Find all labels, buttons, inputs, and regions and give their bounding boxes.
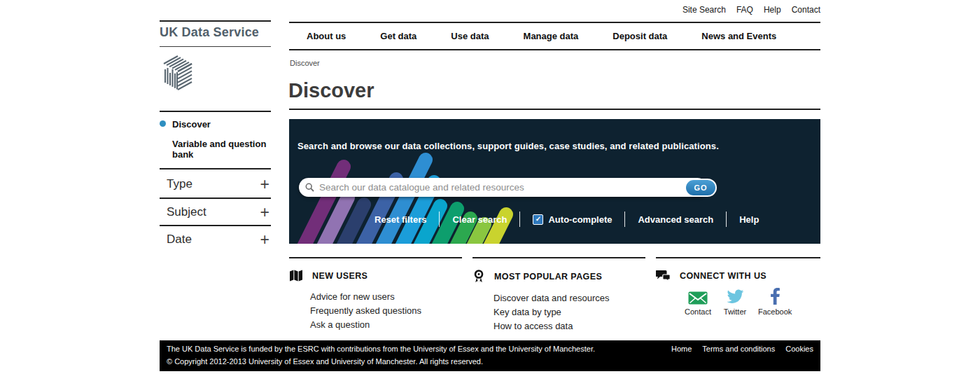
- sidebar-item-label: Discover: [172, 119, 211, 130]
- title-rule: [289, 109, 820, 110]
- social-facebook[interactable]: Facebook: [758, 288, 792, 316]
- sidebar-top-rule: [160, 111, 271, 112]
- page-title: Discover: [288, 79, 374, 102]
- social-label: Twitter: [724, 307, 746, 316]
- filter-label: Subject: [160, 205, 206, 219]
- filter-label: Date: [160, 233, 192, 247]
- expand-plus-icon[interactable]: +: [260, 177, 271, 191]
- brand-bottom-rule: [160, 46, 271, 47]
- nav-get-data[interactable]: Get data: [380, 31, 416, 41]
- expand-plus-icon[interactable]: +: [260, 205, 271, 219]
- breadcrumb: Discover: [290, 59, 320, 67]
- search-pill: [299, 178, 707, 197]
- main-nav: About us Get data Use data Manage data D…: [289, 31, 820, 41]
- nav-use-data[interactable]: Use data: [451, 31, 489, 41]
- sidebar-divider: [160, 198, 271, 199]
- nav-news-and-events[interactable]: News and Events: [701, 31, 776, 41]
- utility-link-site-search[interactable]: Site Search: [682, 5, 726, 15]
- search-panel-intro: Search and browse our data collections, …: [298, 141, 719, 151]
- footer-link-cookies[interactable]: Cookies: [785, 345, 813, 353]
- social-contact[interactable]: Contact: [684, 288, 712, 316]
- expand-plus-icon[interactable]: +: [260, 233, 271, 247]
- footer-copyright-text: © Copyright 2012-2013 University of Esse…: [167, 357, 483, 366]
- search-row: GO: [299, 178, 719, 198]
- link-how-to-access-data[interactable]: How to access data: [493, 319, 645, 333]
- nav-manage-data[interactable]: Manage data: [524, 31, 579, 41]
- advanced-search-link[interactable]: Advanced search: [638, 214, 713, 225]
- filter-date[interactable]: Date +: [160, 230, 271, 249]
- sidebar-divider: [160, 225, 271, 226]
- active-bullet-icon: [160, 120, 166, 127]
- sidebar-item-discover[interactable]: Discover: [160, 119, 211, 130]
- go-button[interactable]: GO: [685, 179, 717, 197]
- nav-top-rule: [289, 22, 820, 23]
- divider: [624, 212, 625, 227]
- link-key-data-by-type[interactable]: Key data by type: [493, 305, 645, 319]
- social-twitter[interactable]: Twitter: [721, 288, 749, 316]
- filter-subject[interactable]: Subject +: [160, 202, 271, 222]
- footer-link-home[interactable]: Home: [671, 345, 692, 353]
- footer-link-terms[interactable]: Terms and conditions: [702, 345, 775, 353]
- search-icon: [305, 183, 314, 192]
- map-icon: [289, 270, 303, 282]
- email-icon: [688, 288, 708, 305]
- utility-nav: Site Search FAQ Help Contact: [682, 5, 820, 15]
- footer-funding-text: The UK Data Service is funded by the ESR…: [167, 345, 595, 353]
- search-panel: Search and browse our data collections, …: [289, 119, 820, 244]
- uk-data-service-logo-icon: [160, 53, 196, 96]
- divider: [519, 212, 520, 227]
- link-discover-data-and-resources[interactable]: Discover data and resources: [493, 291, 645, 305]
- link-frequently-asked-questions[interactable]: Frequently asked questions: [310, 304, 462, 318]
- search-panel-links: Reset filters Clear search ✓ Auto-comple…: [374, 212, 759, 227]
- column-heading: MOST POPULAR PAGES: [494, 272, 602, 282]
- link-ask-a-question[interactable]: Ask a question: [310, 318, 462, 332]
- new-users-column: NEW USERS Advice for new users Frequentl…: [289, 257, 462, 332]
- brand-top-rule: [160, 20, 271, 22]
- filter-type[interactable]: Type +: [160, 174, 271, 194]
- social-label: Contact: [685, 307, 711, 316]
- utility-link-help[interactable]: Help: [764, 5, 781, 15]
- chat-icon: [656, 270, 671, 282]
- facebook-icon: [770, 288, 780, 305]
- nav-deposit-data[interactable]: Deposit data: [612, 31, 667, 41]
- column-heading: NEW USERS: [312, 271, 368, 281]
- divider: [439, 212, 440, 227]
- social-label: Facebook: [758, 307, 792, 316]
- utility-link-contact[interactable]: Contact: [792, 5, 820, 15]
- page: Site Search FAQ Help Contact UK Data Ser…: [0, 0, 980, 374]
- nav-about-us[interactable]: About us: [307, 31, 346, 41]
- most-popular-column: MOST POPULAR PAGES Discover data and res…: [472, 257, 645, 333]
- twitter-icon: [726, 288, 744, 305]
- sidebar-item-variable-question-bank[interactable]: Variable and question bank: [172, 139, 272, 160]
- utility-link-faq[interactable]: FAQ: [736, 5, 753, 15]
- divider: [726, 212, 727, 227]
- clear-search-link[interactable]: Clear search: [452, 214, 507, 225]
- help-link[interactable]: Help: [739, 214, 759, 225]
- brand-name[interactable]: UK Data Service: [160, 25, 259, 40]
- column-heading: CONNECT WITH US: [680, 271, 766, 281]
- footer: The UK Data Service is funded by the ESR…: [160, 340, 820, 371]
- link-advice-for-new-users[interactable]: Advice for new users: [310, 290, 462, 304]
- award-icon: [472, 270, 485, 283]
- auto-complete-label: Auto-complete: [548, 214, 612, 225]
- sidebar-divider: [160, 168, 271, 169]
- reset-filters-link[interactable]: Reset filters: [374, 214, 426, 225]
- connect-column: CONNECT WITH US Contact: [656, 257, 820, 316]
- footer-links: Home Terms and conditions Cookies: [671, 345, 813, 353]
- search-input[interactable]: [318, 181, 707, 193]
- nav-bottom-rule: [289, 49, 820, 50]
- filter-label: Type: [160, 177, 192, 191]
- auto-complete-checkbox[interactable]: ✓: [533, 214, 543, 225]
